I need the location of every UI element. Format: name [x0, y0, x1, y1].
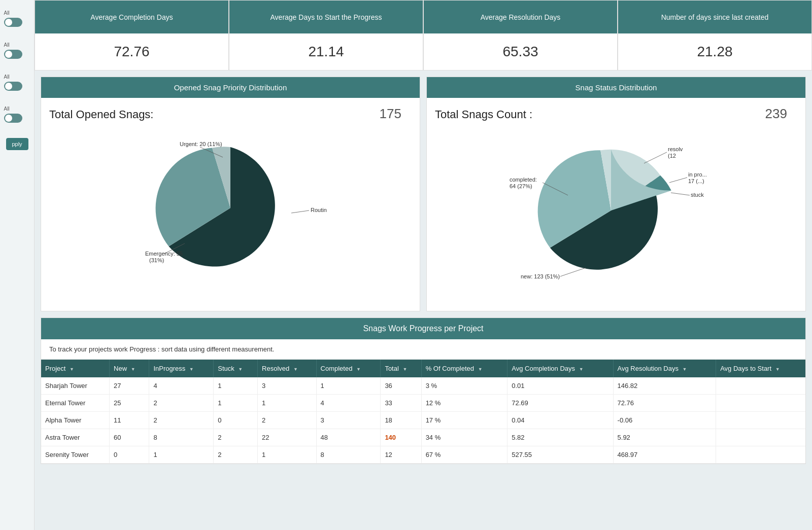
table-scroll-container[interactable]: Project ▼ New ▼ InProgress ▼ Stuck ▼ Res…: [41, 360, 805, 464]
table-cell: 12: [381, 446, 421, 464]
snag-status-chart-panel: Snag Status Distribution Total Snags Cou…: [426, 77, 806, 311]
opened-snag-chart-body: Total Opened Snags: 175: [41, 98, 420, 311]
table-cell: 8: [149, 429, 214, 446]
charts-section: Opened Snag Priority Distribution Total …: [35, 70, 812, 317]
table-cell: 1: [258, 395, 316, 412]
label-completed: completed:: [510, 176, 537, 183]
toggle-4[interactable]: [4, 114, 22, 123]
toggle-3[interactable]: [4, 82, 22, 91]
table-cell: 27: [110, 377, 149, 395]
table-cell: 48: [316, 429, 381, 446]
label-urgent: Urgent: 20 (11%): [180, 141, 222, 147]
toggle-2[interactable]: [4, 50, 22, 59]
col-stuck[interactable]: Stuck ▼: [214, 360, 258, 377]
col-pct-completed[interactable]: % Of Completed ▼: [421, 360, 507, 377]
sort-arrow-project: ▼: [70, 367, 74, 372]
table-cell: Alpha Tower: [41, 412, 110, 429]
table-cell: 8: [316, 446, 381, 464]
opened-snag-total-value: 175: [380, 106, 412, 122]
table-cell: 3: [316, 412, 381, 429]
metric-card-3: Number of days since last created 21.28: [618, 0, 812, 70]
col-completed[interactable]: Completed ▼: [316, 360, 381, 377]
opened-snag-chart-panel: Opened Snag Priority Distribution Total …: [41, 77, 420, 311]
table-cell: 2: [214, 446, 258, 464]
label-emergency: Emergency: 55: [145, 251, 183, 257]
sort-arrow-inprogress: ▼: [189, 367, 194, 372]
col-total[interactable]: Total ▼: [381, 360, 421, 377]
label-completed-val: 64 (27%): [510, 183, 532, 189]
sort-arrow-avg-completion: ▼: [579, 367, 584, 372]
col-project[interactable]: Project ▼: [41, 360, 110, 377]
snag-status-total-label: Total Snags Count :: [435, 108, 532, 121]
toggle-label-1: All: [4, 10, 10, 16]
label-resolved: resolv: [668, 146, 683, 152]
col-resolved[interactable]: Resolved ▼: [258, 360, 316, 377]
table-cell: 3: [258, 377, 316, 395]
opened-snag-chart-title: Opened Snag Priority Distribution: [41, 77, 420, 98]
table-cell: 12 %: [421, 395, 507, 412]
table-cell: 33: [381, 395, 421, 412]
col-avg-completion[interactable]: Avg Completion Days ▼: [507, 360, 613, 377]
table-subtitle: To track your projects work Progress : s…: [41, 339, 805, 360]
label-stuck: stuck: [691, 192, 704, 198]
table-cell: 72.76: [613, 395, 716, 412]
table-cell: 0: [214, 412, 258, 429]
label-emergency-pct: (31%): [149, 257, 164, 263]
sort-arrow-pct-completed: ▼: [478, 367, 483, 372]
metrics-row: Average Completion Days 72.76 Average Da…: [35, 0, 812, 70]
snag-status-chart-body: Total Snags Count : 239: [427, 98, 805, 311]
apply-button[interactable]: pply: [6, 138, 28, 150]
snag-status-total-value: 239: [765, 106, 797, 122]
table-cell: 34 %: [421, 429, 507, 446]
table-cell: 25: [110, 395, 149, 412]
metric-header-1: Average Days to Start the Progress: [229, 1, 423, 33]
metric-header-3: Number of days since last created: [618, 1, 811, 33]
table-cell: 67 %: [421, 446, 507, 464]
table-section: Snags Work Progress per Project To track…: [35, 317, 812, 474]
table-row: Sharjah Tower274131363 %0.01146.82: [41, 377, 805, 395]
toggle-group-4: All: [4, 106, 30, 123]
metric-value-1: 21.14: [229, 33, 423, 70]
table-cell: 0.04: [507, 412, 613, 429]
label-line-inprogress: [669, 178, 687, 183]
opened-snag-total-label: Total Opened Snags:: [49, 108, 153, 121]
table-panel: Snags Work Progress per Project To track…: [41, 317, 806, 464]
label-line-stuck: [671, 193, 690, 195]
table-cell: 527.55: [507, 446, 613, 464]
table-cell: Serenity Tower: [41, 446, 110, 464]
col-new[interactable]: New ▼: [110, 360, 149, 377]
table-cell: 36: [381, 377, 421, 395]
table-cell: 60: [110, 429, 149, 446]
label-line-resolved: [644, 152, 667, 163]
progress-table: Project ▼ New ▼ InProgress ▼ Stuck ▼ Res…: [41, 360, 805, 464]
col-avg-days-start[interactable]: Avg Days to Start ▼: [716, 360, 805, 377]
table-cell: 4: [316, 395, 381, 412]
table-cell: 5.92: [613, 429, 716, 446]
toggle-group-2: All: [4, 42, 30, 59]
metric-header-0: Average Completion Days: [35, 1, 228, 33]
toggle-1[interactable]: [4, 18, 22, 27]
table-cell: 22: [258, 429, 316, 446]
label-line-routine: [291, 210, 309, 213]
table-cell: 0.01: [507, 377, 613, 395]
label-routine: Routine: 100 (57%): [311, 207, 327, 213]
col-avg-resolution[interactable]: Avg Resolution Days ▼: [613, 360, 716, 377]
table-row: Serenity Tower012181267 %527.55468.97: [41, 446, 805, 464]
table-cell: [716, 377, 805, 395]
table-cell: Sharjah Tower: [41, 377, 110, 395]
snag-status-pie-container: new: 123 (51%) completed: 64 (27%) resol…: [435, 127, 797, 289]
sort-arrow-avg-days-start: ▼: [775, 367, 780, 372]
main-content: Average Completion Days 72.76 Average Da…: [35, 0, 812, 474]
opened-snag-total: Total Opened Snags: 175: [49, 106, 412, 122]
label-inprogress-val: 17 (...): [688, 178, 704, 184]
table-cell: 1: [214, 395, 258, 412]
table-cell: 1: [316, 377, 381, 395]
col-inprogress[interactable]: InProgress ▼: [149, 360, 214, 377]
sort-arrow-new: ▼: [131, 367, 136, 372]
toggle-group-1: All: [4, 10, 30, 27]
table-cell: 2: [149, 412, 214, 429]
toggle-group-3: All: [4, 74, 30, 91]
metric-card-1: Average Days to Start the Progress 21.14: [229, 0, 423, 70]
table-cell: 140: [381, 429, 421, 446]
table-cell: 468.97: [613, 446, 716, 464]
